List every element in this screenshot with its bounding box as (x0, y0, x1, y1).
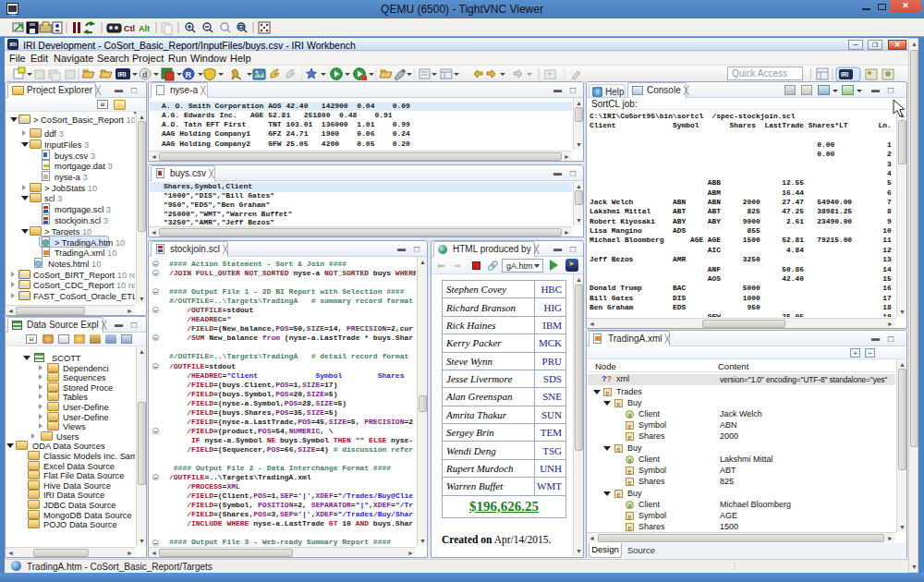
svg-text:Alt: Alt (139, 24, 150, 33)
svg-text:IRI: IRI (841, 71, 849, 78)
svg-text:R: R (186, 70, 192, 79)
svg-text:Ctl: Ctl (124, 24, 135, 33)
svg-text:IRI: IRI (118, 71, 127, 78)
svg-text:d: d (142, 70, 148, 79)
